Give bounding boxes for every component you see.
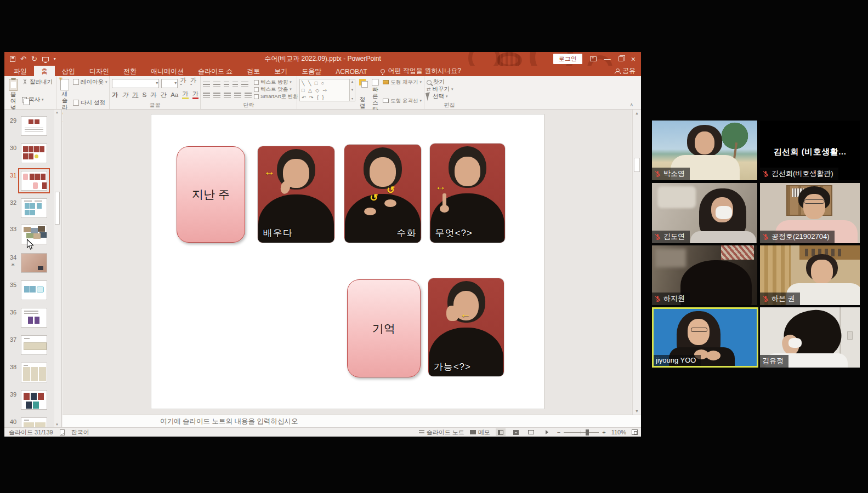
tab-design[interactable]: 디자인 bbox=[82, 66, 116, 76]
layout-button[interactable]: 레이아웃▾ bbox=[73, 78, 107, 85]
align-center-icon[interactable] bbox=[213, 93, 220, 98]
slideshow-view-button[interactable] bbox=[542, 428, 552, 436]
text-direction-button[interactable]: 텍스트 방향▾ bbox=[254, 79, 302, 85]
slide-thumbnail-29[interactable] bbox=[21, 116, 47, 136]
notes-toggle-button[interactable]: 슬라이드 노트 bbox=[419, 428, 464, 437]
participant-tile-haeun-kwon[interactable]: 하은 권 bbox=[760, 245, 860, 305]
slide-thumbnail-38[interactable] bbox=[21, 363, 47, 382]
memo-toggle-button[interactable]: 메모 bbox=[470, 428, 490, 437]
slide-thumbnail-33[interactable] bbox=[21, 225, 47, 244]
tab-home[interactable]: 홈 bbox=[34, 66, 55, 76]
sign-photo-possible[interactable]: ← 가능<?> bbox=[428, 278, 504, 376]
italic-icon[interactable]: 가 bbox=[122, 92, 129, 99]
participant-tile-jiyoung-yoo-active-speaker[interactable]: jiyoung YOO bbox=[652, 307, 758, 368]
highlight-color-icon[interactable]: 가 bbox=[182, 91, 189, 99]
thumbnail-scrollbar[interactable]: ▲▼ bbox=[54, 110, 61, 427]
fit-to-window-icon[interactable] bbox=[632, 429, 638, 435]
text-card-last-week[interactable]: 지난 주 bbox=[177, 146, 245, 243]
tab-help[interactable]: 도움말 bbox=[294, 66, 328, 76]
restore-button[interactable] bbox=[619, 56, 623, 61]
tab-slideshow[interactable]: 슬라이드 쇼 bbox=[191, 66, 240, 76]
slide-thumbnail-39[interactable] bbox=[21, 390, 47, 410]
tab-transitions[interactable]: 전환 bbox=[116, 66, 144, 76]
underline-icon[interactable]: 가 bbox=[132, 92, 139, 99]
zoom-percentage[interactable]: 110% bbox=[611, 429, 626, 435]
increase-indent-icon[interactable] bbox=[232, 82, 238, 87]
shape-fill-button[interactable]: 도형 채우기▾ bbox=[383, 79, 422, 85]
zoom-slider-thumb[interactable] bbox=[586, 429, 589, 435]
collapse-ribbon-icon[interactable]: ∧ bbox=[629, 102, 633, 107]
replace-button[interactable]: ⇄바꾸기▾ bbox=[427, 86, 453, 93]
shapes-gallery-scroll[interactable]: ▲▼▾ bbox=[350, 79, 355, 101]
proofing-icon[interactable] bbox=[60, 429, 65, 435]
save-icon[interactable] bbox=[10, 56, 15, 62]
font-size-combobox[interactable] bbox=[161, 79, 178, 88]
participant-tile-kim-yujeong[interactable]: 김유정 bbox=[760, 307, 860, 368]
tab-animations[interactable]: 애니메이션 bbox=[144, 66, 191, 76]
scrollbar-thumb[interactable] bbox=[634, 158, 640, 172]
shrink-font-icon[interactable]: 가ˇ bbox=[190, 77, 198, 90]
minimize-button[interactable]: — bbox=[604, 56, 611, 62]
slide-canvas[interactable]: 지난 주 ↔ 배우다 ↺ ↺ bbox=[151, 114, 544, 409]
numbering-icon[interactable] bbox=[213, 82, 220, 87]
slide-thumbnail-37[interactable] bbox=[21, 335, 47, 355]
bold-icon[interactable]: 가 bbox=[112, 92, 118, 99]
font-name-combobox[interactable] bbox=[112, 79, 159, 88]
login-button[interactable]: 로그인 bbox=[553, 54, 582, 64]
slide-thumbnail-35[interactable] bbox=[21, 280, 47, 300]
text-card-memory[interactable]: 기억 bbox=[347, 279, 421, 377]
decrease-indent-icon[interactable] bbox=[224, 82, 229, 87]
columns-icon[interactable] bbox=[245, 93, 252, 98]
sign-photo-learn[interactable]: ↔ 배우다 bbox=[258, 146, 334, 243]
reset-button[interactable]: 다시 설정 bbox=[73, 99, 107, 106]
ribbon-display-options-icon[interactable] bbox=[590, 56, 597, 61]
undo-icon[interactable]: ↶ bbox=[20, 55, 26, 62]
zoom-slider[interactable] bbox=[564, 432, 599, 433]
participant-tile-ha-jiwon[interactable]: 하지원 bbox=[652, 245, 757, 305]
smartart-button[interactable]: SmartArt로 변환▾ bbox=[254, 93, 302, 100]
tab-file[interactable]: 파일 bbox=[7, 66, 34, 76]
tab-insert[interactable]: 삽입 bbox=[55, 66, 82, 76]
change-case-icon[interactable]: Aa bbox=[171, 92, 178, 99]
slide-sorter-view-button[interactable] bbox=[511, 428, 521, 436]
align-text-button[interactable]: 텍스트 맞춤▾ bbox=[254, 86, 302, 93]
slide-thumbnail-30[interactable] bbox=[21, 144, 47, 163]
notes-placeholder[interactable]: 여기에 슬라이드 노트의 내용을 입력하십시오 bbox=[63, 417, 298, 426]
share-button[interactable]: 공유 bbox=[615, 66, 636, 76]
shapes-gallery[interactable]: ╲ ╲ □ ○ □ △ ◇ ⇨ ↶ ↷ { } bbox=[299, 79, 350, 101]
slide-thumbnail-36[interactable] bbox=[21, 308, 47, 328]
cut-button[interactable]: 잘라내기 bbox=[22, 78, 54, 85]
tab-view[interactable]: 보기 bbox=[267, 66, 294, 76]
qat-customize-icon[interactable]: ▾ bbox=[54, 57, 56, 61]
shape-outline-button[interactable]: 도형 윤곽선▾ bbox=[383, 98, 422, 104]
participant-tile-kim-doyeon[interactable]: 김도연 bbox=[652, 183, 757, 243]
copy-button[interactable]: 복사▾ bbox=[22, 96, 54, 104]
start-slideshow-icon[interactable] bbox=[42, 57, 49, 61]
reading-view-button[interactable] bbox=[526, 428, 536, 436]
find-button[interactable]: 찾기 bbox=[427, 79, 453, 85]
select-button[interactable]: 선택▾ bbox=[427, 93, 453, 100]
language-indicator[interactable]: 한국어 bbox=[71, 428, 89, 437]
participant-tile-gong-jeongho[interactable]: 공정호(21902704) bbox=[760, 183, 860, 243]
font-color-icon[interactable]: 가 bbox=[192, 91, 199, 99]
notes-pane[interactable]: 여기에 슬라이드 노트의 내용을 입력하십시오 bbox=[63, 415, 641, 427]
tab-review[interactable]: 검토 bbox=[240, 66, 267, 76]
align-right-icon[interactable] bbox=[224, 93, 231, 98]
bullets-icon[interactable] bbox=[203, 82, 210, 87]
sign-photo-what[interactable]: ↔ 무엇<?> bbox=[430, 144, 505, 243]
zoom-in-button[interactable]: + bbox=[602, 429, 605, 435]
grow-font-icon[interactable]: 가ˆ bbox=[180, 77, 188, 90]
slide-thumbnail-32[interactable] bbox=[21, 198, 47, 218]
char-spacing-icon[interactable]: 간 bbox=[161, 92, 167, 99]
participant-tile-kim-seonhee[interactable]: 김선희 (비호생활... 김선희(비호생활관) bbox=[760, 121, 860, 180]
close-button[interactable]: × bbox=[631, 55, 636, 63]
sign-photo-sign-language[interactable]: ↺ ↺ 수화 bbox=[344, 145, 421, 243]
slide-thumbnail-34[interactable] bbox=[21, 253, 47, 273]
tab-acrobat[interactable]: ACROBAT bbox=[328, 66, 374, 76]
normal-view-button[interactable] bbox=[496, 428, 506, 436]
redo-icon[interactable]: ↻ bbox=[31, 55, 37, 62]
slide-thumbnail-40[interactable] bbox=[21, 417, 47, 427]
justify-icon[interactable] bbox=[234, 93, 241, 98]
line-spacing-icon[interactable] bbox=[241, 82, 248, 87]
main-scrollbar[interactable]: ▲ ▼ bbox=[632, 110, 640, 415]
